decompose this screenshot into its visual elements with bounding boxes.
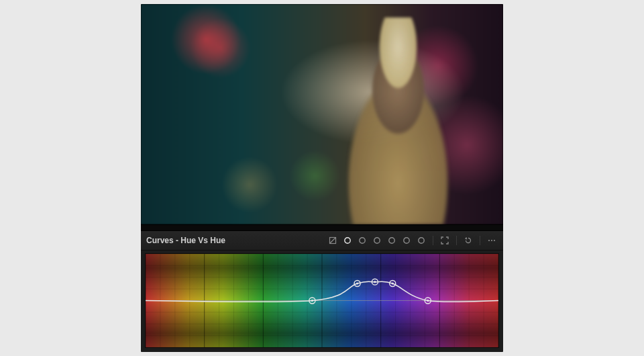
curves-mode-sat-vs-sat-icon[interactable] [400,234,413,247]
svg-point-8 [488,240,490,241]
curves-panel-header: Curves - Hue Vs Hue [141,231,503,251]
svg-point-6 [404,238,409,243]
video-viewer[interactable] [141,4,503,224]
panel-options-icon[interactable] [486,234,498,247]
svg-point-2 [345,238,350,243]
color-app-window: Curves - Hue Vs Hue [141,4,503,352]
svg-point-9 [491,240,492,241]
curves-panel-title: Curves - Hue Vs Hue [146,236,225,245]
svg-point-46 [311,300,313,302]
expand-panel-icon[interactable] [439,234,451,247]
curves-svg[interactable] [146,254,498,347]
svg-point-5 [389,238,394,243]
svg-point-7 [419,238,424,243]
viewer-subject-silhouette [319,17,478,224]
svg-point-54 [427,300,429,302]
svg-point-52 [392,282,394,284]
curves-mode-hue-vs-sat-icon[interactable] [356,234,368,247]
svg-point-4 [374,238,380,243]
curves-mode-sat-vs-lum-icon[interactable] [415,234,427,247]
svg-point-3 [360,238,365,243]
svg-point-10 [494,240,495,241]
app-stage: Curves - Hue Vs Hue [0,0,644,356]
curves-panel: Curves - Hue Vs Hue [141,231,503,352]
curves-mode-hue-vs-hue-icon[interactable] [341,234,354,247]
curve-control-point[interactable] [390,281,396,287]
curves-mode-custom-icon[interactable] [327,234,339,247]
svg-point-48 [356,282,358,284]
curves-graph[interactable] [145,253,499,348]
reset-curves-icon[interactable] [462,234,474,247]
curves-mode-lum-vs-sat-icon[interactable] [386,234,398,247]
header-separator [480,236,480,245]
curves-header-icons [327,234,498,247]
header-separator [456,236,457,245]
svg-line-1 [330,238,336,244]
panel-divider [141,224,503,231]
svg-point-50 [374,281,376,283]
header-separator [433,236,433,245]
curves-mode-hue-vs-lum-icon[interactable] [371,234,383,247]
curve-control-point[interactable] [354,281,360,287]
